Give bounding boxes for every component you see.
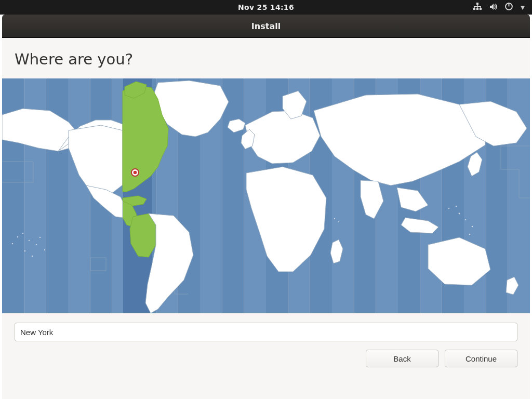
clock: Nov 25 14:16: [238, 3, 294, 11]
svg-rect-21: [222, 78, 244, 313]
svg-rect-4: [477, 5, 478, 6]
svg-point-40: [12, 243, 13, 244]
location-pin: [131, 169, 139, 176]
world-map-svg[interactable]: [2, 78, 530, 313]
location-input[interactable]: [15, 323, 517, 341]
svg-point-41: [24, 250, 25, 251]
svg-point-45: [465, 219, 467, 221]
chevron-down-icon[interactable]: ▼: [521, 5, 525, 10]
svg-point-53: [134, 171, 137, 175]
svg-rect-6: [474, 6, 475, 8]
svg-point-43: [44, 249, 45, 250]
svg-point-49: [469, 234, 471, 235]
svg-point-50: [334, 218, 335, 219]
gnome-top-bar: Nov 25 14:16 ▼: [0, 0, 532, 15]
back-button[interactable]: Back: [366, 350, 438, 367]
svg-point-46: [472, 226, 473, 228]
svg-rect-0: [476, 3, 478, 5]
svg-rect-7: [477, 6, 478, 8]
svg-rect-2: [476, 8, 478, 10]
svg-rect-1: [473, 8, 475, 10]
svg-rect-10: [509, 3, 510, 6]
svg-point-35: [17, 236, 18, 237]
button-row: Back Continue: [15, 350, 517, 367]
svg-point-48: [456, 206, 457, 207]
window-titlebar: Install: [2, 15, 530, 38]
volume-icon[interactable]: [489, 3, 497, 12]
svg-point-44: [459, 213, 460, 215]
svg-rect-14: [68, 78, 90, 313]
network-icon[interactable]: [473, 3, 482, 12]
controls: Back Continue: [2, 313, 530, 367]
status-area[interactable]: ▼: [473, 2, 525, 12]
continue-button[interactable]: Continue: [445, 350, 517, 367]
svg-point-38: [36, 244, 37, 245]
timezone-map[interactable]: [2, 78, 530, 313]
page-heading: Where are you?: [15, 50, 530, 68]
svg-point-37: [29, 240, 30, 241]
svg-point-51: [338, 221, 339, 222]
svg-point-36: [22, 233, 23, 234]
installer-page: Where are you?: [2, 38, 530, 399]
svg-rect-8: [481, 6, 481, 8]
svg-point-39: [39, 237, 41, 238]
power-icon[interactable]: [504, 2, 513, 12]
svg-point-47: [448, 208, 449, 209]
window-title: Install: [251, 21, 281, 31]
svg-point-42: [32, 256, 33, 257]
svg-rect-3: [480, 8, 482, 10]
